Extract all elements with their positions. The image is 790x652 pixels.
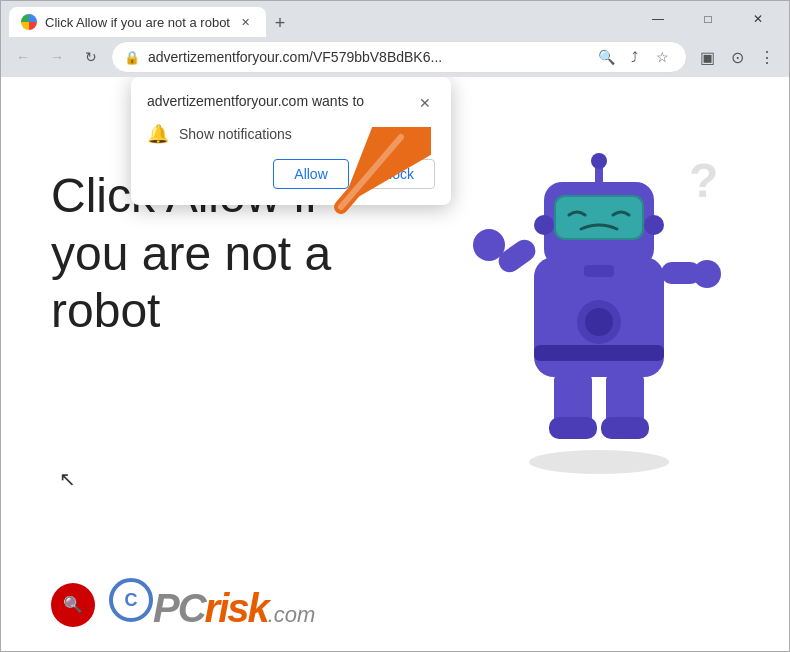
cursor-pointer: ↖ bbox=[59, 467, 76, 491]
pcrisk-pc-text: PC bbox=[153, 586, 205, 631]
profile-button[interactable]: ⊙ bbox=[723, 43, 751, 71]
pcrisk-c-logo: C bbox=[109, 578, 153, 622]
pcrisk-risk-text: risk bbox=[205, 586, 268, 631]
svg-rect-11 bbox=[584, 265, 614, 277]
notification-label: Show notifications bbox=[179, 126, 292, 142]
forward-button[interactable]: → bbox=[43, 43, 71, 71]
lock-icon: 🔒 bbox=[124, 50, 140, 65]
svg-point-3 bbox=[585, 308, 613, 336]
menu-button[interactable]: ⋮ bbox=[753, 43, 781, 71]
pcrisk-badge-icon: 🔍 bbox=[51, 583, 95, 627]
svg-point-10 bbox=[644, 215, 664, 235]
svg-text:C: C bbox=[125, 590, 138, 610]
tab-area: Click Allow if you are not a robot ✕ + bbox=[9, 1, 623, 37]
maximize-button[interactable]: □ bbox=[685, 3, 731, 35]
svg-rect-19 bbox=[549, 417, 597, 439]
pointing-arrow bbox=[311, 127, 431, 227]
new-tab-button[interactable]: + bbox=[266, 9, 294, 37]
browser-content: Click Allow if you are not a robot bbox=[1, 77, 789, 651]
svg-text:?: ? bbox=[689, 154, 718, 207]
title-bar: Click Allow if you are not a robot ✕ + —… bbox=[1, 1, 789, 37]
toolbar-icons: ▣ ⊙ ⋮ bbox=[693, 43, 781, 71]
svg-point-8 bbox=[591, 153, 607, 169]
bookmark-icon-btn[interactable]: ☆ bbox=[650, 45, 674, 69]
active-tab[interactable]: Click Allow if you are not a robot ✕ bbox=[9, 7, 266, 37]
tab-close-button[interactable]: ✕ bbox=[238, 14, 254, 30]
popup-title: advertizementforyour.com wants to bbox=[147, 93, 364, 109]
search-icon-btn[interactable]: 🔍 bbox=[594, 45, 618, 69]
back-button[interactable]: ← bbox=[9, 43, 37, 71]
svg-rect-6 bbox=[556, 197, 642, 238]
refresh-button[interactable]: ↻ bbox=[77, 43, 105, 71]
minimize-button[interactable]: — bbox=[635, 3, 681, 35]
svg-rect-20 bbox=[601, 417, 649, 439]
bell-icon: 🔔 bbox=[147, 123, 169, 145]
svg-point-15 bbox=[693, 260, 721, 288]
svg-point-13 bbox=[473, 229, 505, 261]
extensions-button[interactable]: ▣ bbox=[693, 43, 721, 71]
window-controls: — □ ✕ bbox=[627, 3, 781, 35]
address-bar: ← → ↻ 🔒 advertizementforyour.com/VF579bb… bbox=[1, 37, 789, 77]
share-icon-btn[interactable]: ⤴ bbox=[622, 45, 646, 69]
url-text: advertizementforyour.com/VF579bbV8BdBK6.… bbox=[148, 49, 586, 65]
pcrisk-dotcom-text: .com bbox=[268, 602, 316, 628]
url-icons: 🔍 ⤴ ☆ bbox=[594, 45, 674, 69]
tab-label: Click Allow if you are not a robot bbox=[45, 15, 230, 30]
svg-rect-16 bbox=[534, 345, 664, 361]
tab-favicon bbox=[21, 14, 37, 30]
url-bar[interactable]: 🔒 advertizementforyour.com/VF579bbV8BdBK… bbox=[111, 41, 687, 73]
arrow-container bbox=[311, 127, 431, 231]
svg-point-0 bbox=[529, 450, 669, 474]
robot-illustration: ? bbox=[469, 97, 729, 477]
popup-header: advertizementforyour.com wants to ✕ bbox=[147, 93, 435, 113]
svg-point-9 bbox=[534, 215, 554, 235]
popup-close-button[interactable]: ✕ bbox=[415, 93, 435, 113]
pcrisk-logo: 🔍 C PC risk .com bbox=[51, 578, 315, 631]
close-button[interactable]: ✕ bbox=[735, 3, 781, 35]
